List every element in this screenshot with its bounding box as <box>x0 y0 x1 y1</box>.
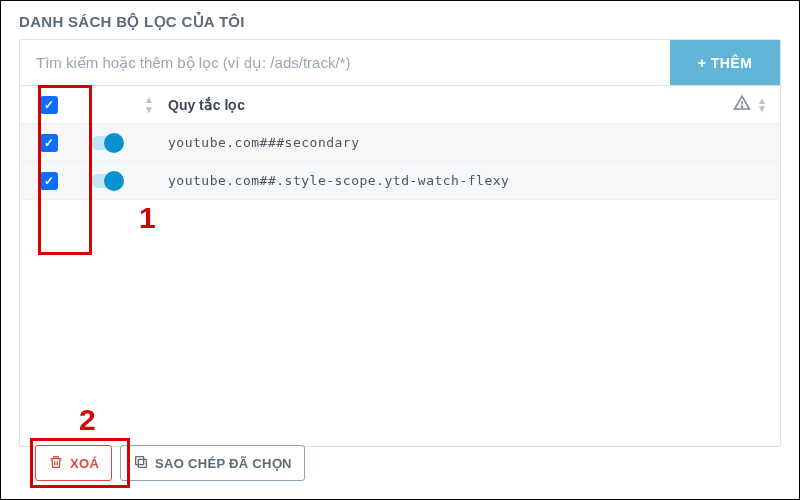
sort-control[interactable]: ▲ ▼ <box>134 96 164 114</box>
select-all-checkbox[interactable]: ✓ <box>40 96 58 114</box>
delete-button[interactable]: XOÁ <box>35 445 112 481</box>
sort-desc-icon: ▼ <box>144 106 154 114</box>
warning-column-header[interactable]: ▲▼ <box>720 94 780 115</box>
row-toggle[interactable] <box>91 174 121 188</box>
search-input[interactable] <box>20 40 670 85</box>
select-all-cell[interactable]: ✓ <box>20 96 78 114</box>
copy-label: SAO CHÉP ĐÃ CHỌN <box>155 456 292 471</box>
copy-selected-button[interactable]: SAO CHÉP ĐÃ CHỌN <box>120 445 305 481</box>
delete-label: XOÁ <box>70 456 99 471</box>
filter-panel: + THÊM ✓ ▲ ▼ Quy tắc lọc ▲▼ <box>19 39 781 447</box>
rule-text: youtube.com###secondary <box>164 135 720 150</box>
svg-rect-4 <box>138 459 146 467</box>
rule-column-header[interactable]: Quy tắc lọc <box>164 97 720 113</box>
trash-icon <box>48 454 64 473</box>
rule-text: youtube.com##.style-scope.ytd-watch-flex… <box>164 173 720 188</box>
svg-point-1 <box>741 106 742 107</box>
table-header-row: ✓ ▲ ▼ Quy tắc lọc ▲▼ <box>20 86 780 124</box>
section-title: DANH SÁCH BỘ LỌC CỦA TÔI <box>19 13 781 31</box>
warning-icon <box>733 94 751 115</box>
footer-actions: XOÁ SAO CHÉP ĐÃ CHỌN <box>35 445 305 481</box>
row-toggle[interactable] <box>91 136 121 150</box>
sort-asc-icon: ▲ <box>144 96 154 104</box>
row-checkbox[interactable]: ✓ <box>40 134 58 152</box>
row-checkbox[interactable]: ✓ <box>40 172 58 190</box>
table-row: ✓ youtube.com##.style-scope.ytd-watch-fl… <box>20 162 780 200</box>
add-filter-button[interactable]: + THÊM <box>670 40 780 85</box>
table-row: ✓ youtube.com###secondary <box>20 124 780 162</box>
svg-rect-5 <box>136 456 144 464</box>
filter-table: ✓ ▲ ▼ Quy tắc lọc ▲▼ ✓ <box>20 86 780 446</box>
sort-asc-icon: ▲▼ <box>757 97 767 113</box>
search-row: + THÊM <box>20 40 780 86</box>
copy-icon <box>133 454 149 473</box>
